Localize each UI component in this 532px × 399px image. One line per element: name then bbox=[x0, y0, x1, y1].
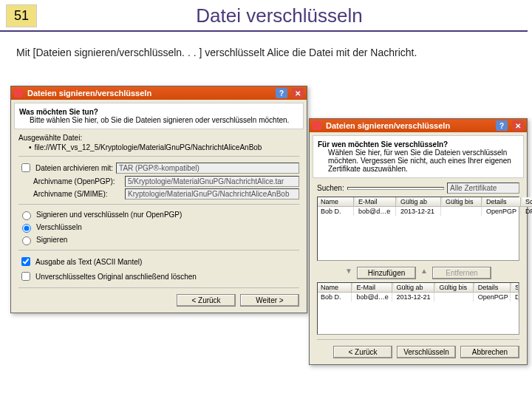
cert-filter-select[interactable]: Alle Zertifikate bbox=[447, 183, 519, 194]
back-button[interactable]: < Zurück bbox=[333, 346, 392, 358]
col-valid-to[interactable]: Gültig bis bbox=[443, 197, 482, 206]
col-email[interactable]: E-Mail bbox=[353, 283, 392, 292]
slide-title: Datei verschlüsseln bbox=[37, 4, 522, 27]
dialog1-subtext: Bitte wählen Sie hier, ob Sie die Dateie… bbox=[30, 116, 299, 124]
col-valid-from[interactable]: Gültig ab bbox=[398, 197, 441, 206]
archname-pgp-label: Archivname (OpenPGP): bbox=[18, 177, 122, 185]
dialog2-heading: Für wen möchten Sie verschlüsseln? bbox=[318, 140, 519, 149]
archname-smime-input[interactable]: Kryptologie/MaterialGnuPG/NachrichtAlice… bbox=[125, 188, 299, 200]
lock-icon bbox=[313, 121, 321, 130]
ascii-label: Ausgabe als Text (ASCII Mantel) bbox=[35, 258, 142, 266]
dialog2-title: Dateien signieren/verschlüsseln bbox=[326, 121, 450, 130]
next-button[interactable]: Weiter > bbox=[240, 294, 299, 307]
help-icon[interactable]: ? bbox=[276, 88, 287, 98]
remove-button[interactable]: Entfernen bbox=[432, 267, 491, 279]
selected-file-label: Ausgewählte Datei: bbox=[18, 134, 299, 142]
lock-icon bbox=[14, 89, 23, 98]
opt-sign-encrypt-label: Signieren und verschlüsseln (nur OpenPGP… bbox=[36, 211, 182, 219]
dialog1-heading: Was möchten Sie tun? bbox=[19, 108, 299, 116]
col-email[interactable]: E-Mail bbox=[355, 197, 396, 206]
archname-smime-label: Archivname (S/MIME): bbox=[18, 190, 122, 198]
dialog2-subtext: Wählen Sie hier, für wen Sie die Dateien… bbox=[328, 149, 519, 173]
back-button[interactable]: < Zurück bbox=[177, 294, 236, 307]
slide-description: Mit [Dateien signieren/verschlüsseln. . … bbox=[16, 47, 517, 58]
col-name[interactable]: Name bbox=[318, 283, 352, 292]
ascii-checkbox[interactable] bbox=[21, 257, 30, 266]
col-details[interactable]: Details bbox=[483, 197, 521, 206]
add-button[interactable]: Hinzufügen bbox=[357, 267, 416, 279]
table-row[interactable]: Bob D. bob@d…e 2013-12-21 OpenPGP DFE16D… bbox=[318, 293, 519, 301]
col-key-id[interactable]: Schlüssel-K bbox=[512, 283, 519, 292]
opt-encrypt[interactable] bbox=[22, 224, 31, 233]
col-name[interactable]: Name bbox=[318, 197, 354, 206]
candidate-table: Name E-Mail Gültig ab Gültig bis Details… bbox=[317, 197, 519, 261]
col-valid-to[interactable]: Gültig bis bbox=[436, 283, 473, 292]
delete-orig-label: Unverschlüsseltes Original anschließend … bbox=[35, 273, 197, 281]
opt-sign-label: Signieren bbox=[36, 236, 67, 244]
cancel-button[interactable]: Abbrechen bbox=[460, 346, 519, 358]
archive-label: Dateien archivieren mit: bbox=[35, 164, 113, 172]
slide-number: 51 bbox=[6, 4, 37, 27]
search-label: Suchen: bbox=[317, 184, 344, 192]
close-icon[interactable]: ✕ bbox=[292, 88, 304, 98]
opt-encrypt-label: Verschlüsseln bbox=[36, 223, 82, 231]
opt-sign-encrypt[interactable] bbox=[22, 211, 31, 220]
col-valid-from[interactable]: Gültig ab bbox=[394, 283, 435, 292]
delete-orig-checkbox[interactable] bbox=[21, 272, 30, 281]
selected-file-path: file://WTK_vs_12_5/Kryptologie/MaterialG… bbox=[35, 143, 262, 151]
encrypt-button[interactable]: Verschlüsseln bbox=[397, 346, 456, 358]
archname-pgp-input[interactable]: 5/Kryptologie/MaterialGnuPG/NachrichtAli… bbox=[125, 176, 299, 187]
search-input[interactable] bbox=[347, 187, 444, 190]
archive-checkbox[interactable] bbox=[21, 163, 30, 172]
table-row[interactable]: Bob D. bob@d…e 2013-12-21 OpenPGP DFE16D… bbox=[318, 207, 532, 216]
close-icon[interactable]: ✕ bbox=[512, 120, 524, 131]
col-details[interactable]: Details bbox=[475, 283, 511, 292]
archive-type-select[interactable]: TAR (PGP®-kompatibel) bbox=[116, 163, 299, 174]
help-icon[interactable]: ? bbox=[496, 120, 508, 131]
dialog1-title: Dateien signieren/verschlüsseln bbox=[27, 89, 151, 98]
opt-sign[interactable] bbox=[22, 236, 31, 245]
col-key-id[interactable]: Schlüssel-K bbox=[522, 197, 532, 206]
selected-table: Name E-Mail Gültig ab Gültig bis Details… bbox=[317, 282, 519, 335]
